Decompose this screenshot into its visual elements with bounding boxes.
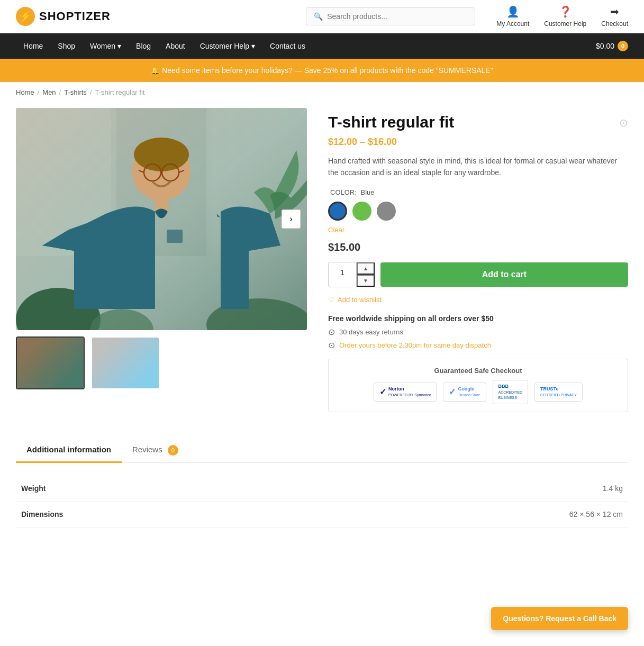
tab-reviews[interactable]: Reviews 0 (122, 439, 189, 462)
breadcrumb-tshirts[interactable]: T-shirts (64, 88, 87, 96)
gallery-next-button[interactable]: › (282, 210, 301, 229)
quantity-number[interactable]: 1 (328, 262, 357, 287)
tab-additional-info[interactable]: Additional information (16, 439, 122, 463)
top-actions: 👤 My Account ❓ Customer Help ➡ Checkout (496, 5, 628, 28)
logo[interactable]: ⚡ SHOPTIZER (16, 7, 111, 26)
dimensions-label: Dimensions (16, 502, 122, 527)
returns-info: ⊙ 30 days easy returns (328, 327, 628, 337)
dispatch-info: ⊙ Order yours before 2.30pm for same day… (328, 340, 628, 350)
product-title: T-shirt regular fit (328, 113, 454, 131)
nav-blog[interactable]: Blog (129, 33, 158, 59)
trust-badges: ✓ NortonPOWERED BY Symantec ✓ GoogleTrus… (336, 380, 620, 404)
breadcrumb-sep-1: / (38, 88, 40, 96)
add-to-cart-row: 1 ▲ ▼ Add to cart (328, 262, 628, 287)
nav-bar: Home Shop Women ▾ Blog About Customer He… (0, 33, 644, 59)
shipping-info: Free worldwide shipping on all orders ov… (328, 314, 628, 350)
quantity-control: 1 ▲ ▼ (328, 262, 375, 287)
quantity-arrows: ▲ ▼ (357, 262, 375, 287)
thumbnail-1[interactable] (16, 336, 85, 389)
bbb-badge: BBBACCREDITEDBUSINESS (493, 380, 529, 404)
thumbnails (16, 336, 307, 389)
logo-text: SHOPTIZER (39, 10, 111, 23)
nav-women[interactable]: Women ▾ (83, 33, 129, 59)
my-account-label: My Account (496, 20, 529, 28)
search-input[interactable] (327, 12, 467, 21)
dimensions-value: 62 × 56 × 12 cm (122, 502, 628, 527)
customer-help-label: Customer Help (544, 20, 586, 28)
main-product-image: › (16, 108, 307, 330)
customer-help-chevron-icon: ▾ (251, 42, 255, 50)
my-account-action[interactable]: 👤 My Account (496, 5, 529, 28)
next-product-icon[interactable]: ⊙ (619, 116, 628, 129)
reviews-badge: 0 (168, 445, 178, 456)
swatch-blue[interactable] (328, 202, 347, 221)
safe-checkout: Guaranteed Safe Checkout ✓ NortonPOWERED… (328, 359, 628, 412)
checkout-label: Checkout (601, 20, 628, 28)
breadcrumb-home[interactable]: Home (16, 88, 34, 96)
nav-right: $0.00 0 (596, 41, 628, 51)
checkout-action[interactable]: ➡ Checkout (601, 5, 628, 28)
top-bar: ⚡ SHOPTIZER 🔍 👤 My Account ❓ Customer He… (0, 0, 644, 33)
women-chevron-icon: ▾ (117, 42, 121, 50)
additional-info-table: Weight 1.4 kg Dimensions 62 × 56 × 12 cm (16, 476, 628, 527)
nav-contact-us[interactable]: Contact us (262, 33, 313, 59)
product-area: › T-shirt regular fit ⊙ $12.00 – $16.00 … (0, 103, 644, 428)
google-badge: ✓ GoogleTrusted Store (443, 383, 486, 402)
search-icon: 🔍 (314, 12, 323, 21)
cart-total: $0.00 (596, 42, 614, 50)
promo-banner: 🔔 Need some items before your holidays? … (0, 59, 644, 82)
breadcrumb: Home / Men / T-shirts / T-shirt regular … (0, 82, 644, 103)
weight-label: Weight (16, 476, 122, 502)
weight-row: Weight 1.4 kg (16, 476, 628, 502)
heart-icon: ♡ (328, 296, 334, 304)
account-icon: 👤 (506, 5, 520, 18)
add-to-wishlist-link[interactable]: ♡ Add to wishlist (328, 296, 628, 304)
thumbnail-2[interactable] (91, 336, 160, 389)
selected-color-name: Blue (360, 188, 374, 196)
color-label: COLOR: Blue (328, 188, 628, 196)
truste-badge: TRUSTeCERTIFIED PRIVACY (534, 383, 583, 402)
breadcrumb-current: T-shirt regular fit (95, 88, 144, 96)
tabs-area: Additional information Reviews 0 Weight … (0, 428, 644, 538)
svg-rect-16 (167, 230, 183, 243)
norton-badge: ✓ NortonPOWERED BY Symantec (374, 383, 437, 402)
google-check-icon: ✓ (449, 387, 456, 397)
safe-checkout-title: Guaranteed Safe Checkout (336, 367, 620, 375)
price-range: $12.00 – $16.00 (328, 137, 628, 148)
dispatch-icon: ⊙ (328, 340, 335, 350)
nav-shop[interactable]: Shop (50, 33, 83, 59)
product-info: T-shirt regular fit ⊙ $12.00 – $16.00 Ha… (328, 108, 628, 412)
quantity-up-button[interactable]: ▲ (357, 262, 375, 275)
product-gallery: › (16, 108, 307, 412)
weight-value: 1.4 kg (122, 476, 628, 502)
norton-check-icon: ✓ (379, 387, 386, 397)
cart-badge[interactable]: 0 (618, 41, 628, 51)
clear-color-link[interactable]: Clear (328, 226, 628, 234)
nav-home[interactable]: Home (16, 33, 50, 59)
nav-about[interactable]: About (158, 33, 193, 59)
help-icon: ❓ (559, 5, 572, 18)
breadcrumb-sep-2: / (59, 88, 61, 96)
logo-icon: ⚡ (16, 7, 35, 26)
dimensions-row: Dimensions 62 × 56 × 12 cm (16, 502, 628, 527)
customer-help-action[interactable]: ❓ Customer Help (544, 5, 586, 28)
swatch-green[interactable] (352, 202, 371, 221)
quantity-down-button[interactable]: ▼ (357, 275, 375, 287)
swatch-gray[interactable] (377, 202, 396, 221)
nav-customer-help[interactable]: Customer Help ▾ (193, 33, 262, 59)
breadcrumb-sep-3: / (90, 88, 92, 96)
returns-icon: ⊙ (328, 327, 335, 337)
add-to-cart-button[interactable]: Add to cart (380, 262, 628, 287)
color-swatches (328, 202, 628, 221)
shipping-title: Free worldwide shipping on all orders ov… (328, 314, 628, 323)
dispatch-link[interactable]: Order yours before 2.30pm for same day d… (339, 341, 491, 349)
breadcrumb-men[interactable]: Men (42, 88, 56, 96)
checkout-icon: ➡ (610, 5, 619, 18)
tab-bar: Additional information Reviews 0 (16, 439, 628, 463)
search-container: 🔍 (306, 7, 475, 25)
product-description: Hand crafted with seasonal style in mind… (328, 155, 628, 179)
current-price: $15.00 (328, 241, 628, 253)
